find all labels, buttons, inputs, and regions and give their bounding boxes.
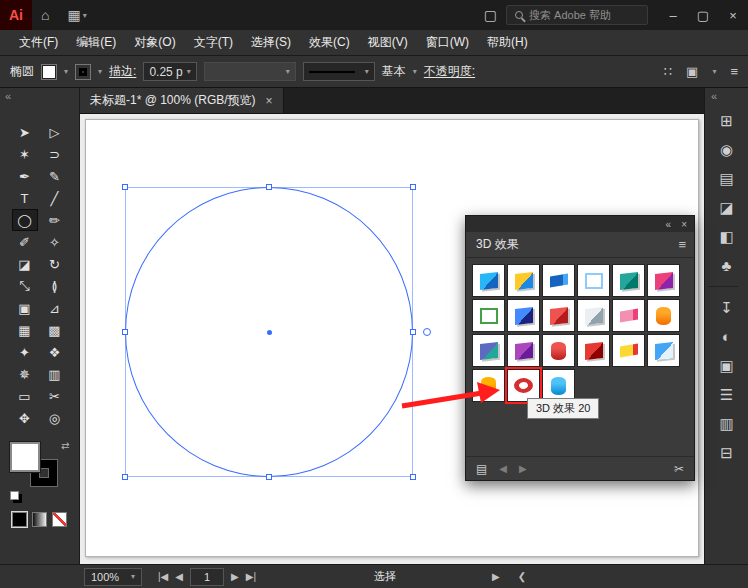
- panel-dock-icon[interactable]: ▣: [686, 64, 698, 79]
- style-thumbnail[interactable]: [577, 264, 610, 297]
- appearance-panel-icon[interactable]: ◐: [708, 322, 746, 351]
- default-fill-stroke-icon[interactable]: [10, 491, 19, 500]
- break-link-style-icon[interactable]: ✂: [674, 462, 684, 476]
- menu-item[interactable]: 对象(O): [125, 30, 184, 55]
- stroke-label[interactable]: 描边:: [109, 63, 136, 80]
- style-thumbnail[interactable]: [542, 264, 575, 297]
- style-thumbnail[interactable]: [507, 264, 540, 297]
- magic-wand-tool[interactable]: ✶: [13, 144, 37, 164]
- menu-item[interactable]: 文字(T): [185, 30, 242, 55]
- selection-handle[interactable]: [410, 329, 416, 335]
- close-button[interactable]: ×: [718, 0, 748, 30]
- toolbar-collapse-icon[interactable]: «: [5, 90, 11, 102]
- pen-tool[interactable]: ✒: [13, 166, 37, 186]
- panel-collapse-icon[interactable]: «: [666, 219, 672, 230]
- gradient-tool[interactable]: ▩: [43, 320, 67, 340]
- zoom-level-dropdown[interactable]: 100% ▾: [84, 568, 142, 586]
- opacity-label[interactable]: 不透明度:: [424, 63, 475, 80]
- mesh-tool[interactable]: ▦: [13, 320, 37, 340]
- selection-handle[interactable]: [122, 329, 128, 335]
- prev-artboard-icon[interactable]: ◀: [175, 571, 183, 582]
- artboard-tool[interactable]: ▭: [13, 386, 37, 406]
- tab-close-icon[interactable]: ×: [266, 94, 273, 108]
- libraries-panel-icon[interactable]: ⊞: [708, 106, 746, 135]
- shaper-tool[interactable]: ✧: [43, 232, 67, 252]
- stroke-width-field[interactable]: 0.25 p ▾: [143, 62, 196, 81]
- swatches-panel-icon[interactable]: ▤: [708, 164, 746, 193]
- lasso-tool[interactable]: ⊃: [43, 144, 67, 164]
- symbols-panel-icon[interactable]: ♣: [708, 251, 746, 280]
- panel-dock-caret-icon[interactable]: ▾: [712, 67, 716, 76]
- scroll-left-icon[interactable]: ❮: [518, 571, 526, 582]
- artboards-panel-icon[interactable]: ▥: [708, 409, 746, 438]
- menu-item[interactable]: 效果(C): [300, 30, 359, 55]
- color-button[interactable]: [12, 512, 27, 527]
- menu-item[interactable]: 帮助(H): [478, 30, 537, 55]
- free-transform-tool[interactable]: ▣: [13, 298, 37, 318]
- color-panel-icon[interactable]: ◉: [708, 135, 746, 164]
- style-thumbnail[interactable]: [507, 334, 540, 367]
- brush-definition-dropdown[interactable]: ▾: [303, 62, 375, 81]
- minimize-button[interactable]: –: [658, 0, 688, 30]
- style-thumbnail[interactable]: [647, 264, 680, 297]
- app-logo[interactable]: Ai: [0, 0, 32, 30]
- stroke-color-swatch[interactable]: [75, 64, 91, 80]
- style-thumbnail[interactable]: [542, 299, 575, 332]
- fill-caret-icon[interactable]: ▾: [64, 67, 68, 76]
- style-thumbnail[interactable]: [647, 299, 680, 332]
- last-artboard-icon[interactable]: ▶|: [246, 571, 256, 582]
- ellipse-tool[interactable]: ◯: [13, 210, 37, 230]
- live-shape-widget[interactable]: [423, 328, 431, 336]
- line-segment-tool[interactable]: ╱: [43, 188, 67, 208]
- first-artboard-icon[interactable]: |◀: [158, 571, 168, 582]
- zoom-tool[interactable]: ◎: [43, 408, 67, 428]
- brush-style-label[interactable]: 基本: [382, 63, 406, 80]
- selection-bounding-box[interactable]: [125, 187, 413, 477]
- curvature-tool[interactable]: ✎: [43, 166, 67, 186]
- style-thumbnail[interactable]: [577, 299, 610, 332]
- eraser-tool[interactable]: ◪: [13, 254, 37, 274]
- brush-style-caret-icon[interactable]: ▾: [413, 67, 417, 76]
- selection-handle[interactable]: [122, 474, 128, 480]
- width-tool[interactable]: ≬: [43, 276, 67, 296]
- maximize-button[interactable]: ▢: [688, 0, 718, 30]
- type-tool[interactable]: T: [13, 188, 37, 208]
- layers-panel-icon[interactable]: ☰: [708, 380, 746, 409]
- pencil-tool[interactable]: ✐: [13, 232, 37, 252]
- scroll-right-icon[interactable]: ▶: [492, 571, 500, 582]
- panel-close-icon[interactable]: ×: [681, 219, 687, 230]
- menu-item[interactable]: 文件(F): [10, 30, 67, 55]
- arrange-documents-dropdown[interactable]: ▦ ▾: [58, 0, 95, 30]
- scale-tool[interactable]: ⤡: [13, 276, 37, 296]
- selection-handle[interactable]: [266, 184, 272, 190]
- blend-tool[interactable]: ❖: [43, 342, 67, 362]
- controlbar-menu-icon[interactable]: ≡: [730, 64, 738, 79]
- brushes-panel-icon[interactable]: ◪: [708, 193, 746, 222]
- none-button[interactable]: [52, 512, 67, 527]
- next-library-icon[interactable]: ▶: [519, 463, 527, 474]
- style-thumbnail[interactable]: [612, 264, 645, 297]
- search-box[interactable]: [506, 5, 648, 25]
- style-thumbnail[interactable]: [577, 334, 610, 367]
- style-thumbnail[interactable]: [472, 264, 505, 297]
- gradient-panel-icon[interactable]: ◧: [708, 222, 746, 251]
- selection-handle[interactable]: [410, 474, 416, 480]
- fill-indicator[interactable]: [10, 442, 40, 472]
- fill-color-swatch[interactable]: [41, 64, 57, 80]
- style-thumbnail[interactable]: [472, 299, 505, 332]
- workspace-switcher-icon[interactable]: ▢: [475, 0, 506, 30]
- stroke-width-caret-icon[interactable]: ▾: [187, 67, 191, 76]
- menu-item[interactable]: 窗口(W): [417, 30, 478, 55]
- dots-grid-icon[interactable]: ∷: [664, 64, 672, 79]
- style-library-icon[interactable]: ▤: [476, 462, 487, 476]
- panel-menu-icon[interactable]: ≡: [678, 237, 686, 252]
- stroke-caret-icon[interactable]: ▾: [98, 67, 102, 76]
- direct-selection-tool[interactable]: ▷: [43, 122, 67, 142]
- menu-item[interactable]: 视图(V): [359, 30, 417, 55]
- prev-library-icon[interactable]: ◀: [499, 463, 507, 474]
- selection-handle[interactable]: [266, 474, 272, 480]
- style-thumbnail[interactable]: [472, 334, 505, 367]
- search-input[interactable]: [529, 9, 639, 21]
- style-thumbnail[interactable]: [647, 334, 680, 367]
- slice-tool[interactable]: ✂: [43, 386, 67, 406]
